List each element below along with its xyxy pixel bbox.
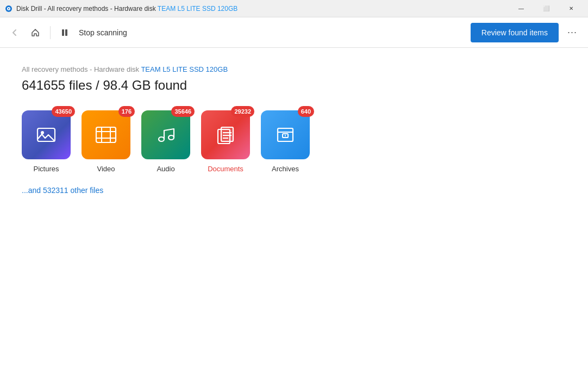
svg-point-6 [41,131,44,134]
main-content: All recovery methods - Hardware disk TEA… [0,48,588,212]
archives-label: Archives [272,165,299,173]
svg-rect-15 [221,127,233,141]
home-button[interactable] [27,24,43,41]
window-title: Disk Drill - All recovery methods - Hard… [16,5,509,13]
category-archives[interactable]: 640 Archives [261,110,310,173]
toolbar: Stop scanning Review found items ··· [0,17,588,48]
svg-point-2 [8,8,9,9]
audio-icon-card: 35646 [141,110,190,159]
pictures-label: Pictures [34,165,59,173]
breadcrumb-link[interactable]: TEAM L5 LITE SSD 120GB [141,65,228,73]
scanning-label: Stop scanning [79,28,127,37]
pause-button[interactable] [57,25,72,40]
archives-icon-card: 640 [261,110,310,159]
more-options-button[interactable]: ··· [563,23,581,41]
documents-label: Documents [208,165,243,173]
review-button[interactable]: Review found items [471,23,559,42]
window-controls: — ⬜ ✕ [509,0,584,17]
category-pictures[interactable]: 43650 Pictures [22,110,71,173]
video-icon-card: 176 [82,110,130,159]
documents-icon-card: 29232 [201,110,250,159]
category-audio[interactable]: 35646 Audio [141,110,190,173]
svg-rect-4 [65,29,67,36]
pictures-badge: 43650 [52,106,75,117]
app-icon [4,4,13,13]
svg-rect-7 [96,127,116,142]
documents-badge: 29232 [231,106,254,117]
video-badge: 176 [118,106,135,117]
svg-point-13 [168,135,174,140]
audio-badge: 35646 [171,106,195,117]
close-button[interactable]: ✕ [559,0,584,17]
titlebar: Disk Drill - All recovery methods - Hard… [0,0,588,17]
other-files-link[interactable]: ...and 532311 other files [22,186,566,195]
page-title: 641655 files / 98.4 GB found [22,78,566,93]
svg-point-12 [159,137,164,141]
audio-label: Audio [157,165,174,173]
category-documents[interactable]: 29232 Documents [201,110,250,173]
minimize-button[interactable]: — [509,0,534,17]
categories-container: 43650 Pictures 176 Video [22,110,566,173]
restore-button[interactable]: ⬜ [534,0,559,17]
svg-rect-3 [62,29,64,36]
toolbar-separator [50,26,51,39]
archives-badge: 640 [298,106,314,117]
category-video[interactable]: 176 Video [82,110,130,173]
breadcrumb: All recovery methods - Hardware disk TEA… [22,65,566,73]
video-label: Video [97,165,115,173]
back-button[interactable] [7,24,23,41]
pictures-icon-card: 43650 [22,110,71,159]
